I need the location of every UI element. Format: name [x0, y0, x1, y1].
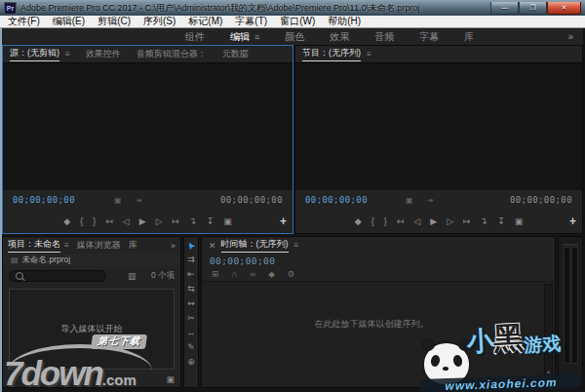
menu-edit[interactable]: 编辑(E) [53, 15, 85, 28]
source-viewer [3, 62, 292, 190]
panel-menu-icon[interactable]: ≡ [294, 241, 299, 250]
go-to-in-icon[interactable]: ↤ [397, 217, 405, 226]
workspace-overflow-icon[interactable]: » [567, 31, 573, 42]
tools-panel: ➤ ⇉ ⇤ ⇆ ↭ ✂ ↔ ✎ ⊕ [183, 236, 199, 388]
menu-marker[interactable]: 标记(M) [188, 15, 222, 28]
add-marker-icon[interactable]: ◆ [63, 217, 70, 226]
export-frame-icon[interactable]: ▣ [515, 217, 524, 226]
scroll-up-icon[interactable]: ▲ [546, 369, 552, 374]
workspace-tab-effects[interactable]: 效果 [330, 30, 349, 44]
pen-tool[interactable]: ✎ [187, 343, 195, 353]
menu-window[interactable]: 窗口(W) [280, 15, 315, 28]
minimize-button[interactable]: — [490, 2, 519, 15]
search-icon [16, 272, 23, 280]
panel-menu-icon[interactable]: ≡ [64, 241, 69, 250]
menu-clip[interactable]: 剪辑(C) [98, 15, 131, 28]
source-current-time[interactable]: 00;00;00;00 [13, 195, 75, 205]
extract-icon[interactable]: ↧ [497, 217, 505, 226]
timeline-timecode[interactable]: 00;00;00;00 [202, 254, 555, 267]
track-select-forward-tool[interactable]: ⇉ [187, 255, 195, 265]
ripple-edit-tool[interactable]: ⇤ [187, 270, 195, 280]
rate-stretch-tool[interactable]: ↭ [187, 299, 195, 309]
insert-overwrite-sequence-icon[interactable]: ⊞ [212, 269, 218, 279]
menu-bar: 文件(F) 编辑(E) 剪辑(C) 序列(S) 标记(M) 字幕(T) 窗口(W… [0, 16, 585, 28]
button-editor-icon[interactable]: + [280, 215, 287, 228]
tab-effect-controls[interactable]: 效果控件 [86, 48, 121, 60]
playback-settings-icon[interactable]: ↠ [136, 196, 142, 205]
tab-libraries[interactable]: 库 [129, 239, 137, 252]
tab-program[interactable]: 节目：(无序列) [302, 47, 361, 61]
selection-tool[interactable]: ➤ [184, 240, 197, 253]
menu-sequence[interactable]: 序列(S) [143, 15, 176, 28]
overwrite-icon[interactable]: ↧ [207, 217, 214, 226]
meter-tick [563, 244, 578, 246]
source-timecode-row: 00;00;00;00 ▣ ↠ 00;00;00;00 [3, 190, 292, 210]
audio-meters-panel [558, 236, 583, 388]
menu-title[interactable]: 字幕(T) [235, 15, 267, 28]
workspace-tab-editing[interactable]: 编辑 [230, 30, 250, 44]
title-bar[interactable]: Pr Adobe Premiere Pro CC 2017 - C:\用户\Ad… [0, 0, 585, 16]
select-zoom-level-icon[interactable]: ▣ [406, 196, 413, 205]
menu-file[interactable]: 文件(F) [8, 15, 40, 28]
scroll-down-icon[interactable]: ▼ [546, 376, 552, 382]
step-forward-icon[interactable]: ▷ [156, 217, 163, 226]
program-duration: 00;00;00;00 [510, 195, 572, 205]
menu-help[interactable]: 帮助(H) [328, 15, 361, 28]
mark-in-icon[interactable]: { [371, 217, 374, 226]
panel-menu-icon[interactable]: ≡ [65, 50, 70, 59]
maximize-button[interactable]: ❐ [519, 2, 547, 15]
project-footer: ▣ [3, 372, 180, 387]
tab-source[interactable]: 源：(无剪辑) [10, 47, 59, 61]
new-item-icon[interactable]: ▣ [166, 374, 175, 384]
select-zoom-level-icon[interactable]: ▣ [114, 196, 122, 205]
play-icon[interactable]: ▶ [430, 217, 437, 226]
workspace-tab-libraries[interactable]: 库 [464, 30, 474, 44]
app-icon: Pr [4, 2, 17, 15]
workspace-tab-assembly[interactable]: 组件 [185, 30, 205, 44]
program-viewer [295, 62, 582, 190]
linked-selection-icon[interactable]: ∞ [250, 269, 255, 279]
timeline-dropzone[interactable]: 在此处放下媒体以创建序列。 ▲ ▼ [202, 281, 555, 387]
panel-menu-icon[interactable]: ≡ [367, 50, 371, 59]
mark-in-icon[interactable]: { [80, 217, 83, 226]
play-icon[interactable]: ▶ [139, 217, 146, 226]
close-button[interactable]: ✕ [547, 2, 581, 15]
mark-out-icon[interactable]: } [384, 217, 387, 226]
rolling-edit-tool[interactable]: ⇆ [187, 285, 195, 294]
tab-audio-clip-mixer[interactable]: 音频剪辑混合器： [136, 48, 207, 60]
razor-tool[interactable]: ✂ [187, 314, 195, 324]
add-marker-icon[interactable]: ◆ [268, 269, 275, 279]
add-marker-icon[interactable]: ◆ [355, 217, 362, 226]
timeline-settings-icon[interactable]: ⚙ [288, 269, 295, 279]
workspace-tab-color[interactable]: 颜色 [285, 30, 304, 44]
step-back-icon[interactable]: ◁ [123, 217, 130, 226]
slip-tool[interactable]: ↔ [187, 329, 196, 338]
tab-timeline[interactable]: 时间轴：(无序列) [221, 238, 289, 253]
import-media-dropzone[interactable]: 导入媒体以开始 [9, 289, 175, 370]
timeline-close-icon[interactable]: ✕ [209, 241, 216, 251]
workspace-menu-icon[interactable]: ≡ [254, 32, 259, 42]
tab-media-browser[interactable]: 媒体浏览器 [77, 239, 121, 252]
step-back-icon[interactable]: ◁ [413, 217, 420, 226]
go-to-in-icon[interactable]: ↤ [105, 217, 113, 226]
snap-icon[interactable]: ∩ [231, 269, 237, 279]
timeline-scrollbar[interactable]: ▲ ▼ [544, 284, 553, 385]
tab-metadata[interactable]: 元数据 [222, 48, 249, 60]
workspace-tab-titles[interactable]: 字幕 [419, 30, 439, 44]
insert-icon[interactable]: ↴ [189, 217, 197, 226]
step-forward-icon[interactable]: ▷ [447, 217, 453, 226]
filter-bin-icon[interactable]: ▥ [128, 271, 136, 281]
tab-project[interactable]: 项目：未命名 [8, 238, 60, 253]
mark-out-icon[interactable]: } [93, 217, 96, 226]
program-current-time[interactable]: 00;00;00;00 [305, 195, 368, 205]
panel-overflow-icon[interactable]: » [171, 241, 176, 251]
workspace-tab-audio[interactable]: 音频 [374, 30, 394, 44]
playback-settings-icon[interactable]: ↠ [427, 196, 434, 205]
export-frame-icon[interactable]: ▣ [223, 217, 232, 226]
button-editor-icon[interactable]: + [569, 215, 576, 228]
search-input[interactable] [9, 270, 106, 282]
go-to-out-icon[interactable]: ↦ [463, 217, 471, 226]
lift-icon[interactable]: ↴ [481, 217, 488, 226]
go-to-out-icon[interactable]: ↦ [173, 217, 180, 226]
hand-tool[interactable]: ⊕ [187, 358, 195, 368]
